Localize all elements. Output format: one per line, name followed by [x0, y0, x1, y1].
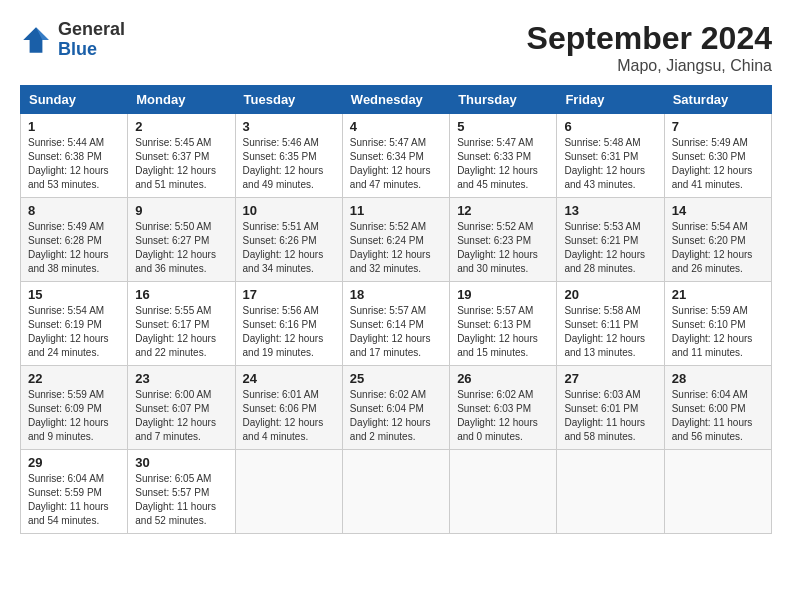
day-number: 29 [28, 455, 120, 470]
day-info: Sunrise: 5:45 AM Sunset: 6:37 PM Dayligh… [135, 136, 227, 192]
calendar-cell [557, 450, 664, 534]
day-number: 5 [457, 119, 549, 134]
calendar-cell: 15 Sunrise: 5:54 AM Sunset: 6:19 PM Dayl… [21, 282, 128, 366]
calendar-cell: 9 Sunrise: 5:50 AM Sunset: 6:27 PM Dayli… [128, 198, 235, 282]
day-info: Sunrise: 5:52 AM Sunset: 6:24 PM Dayligh… [350, 220, 442, 276]
day-info: Sunrise: 5:57 AM Sunset: 6:14 PM Dayligh… [350, 304, 442, 360]
day-number: 2 [135, 119, 227, 134]
day-info: Sunrise: 5:56 AM Sunset: 6:16 PM Dayligh… [243, 304, 335, 360]
day-info: Sunrise: 6:05 AM Sunset: 5:57 PM Dayligh… [135, 472, 227, 528]
calendar-cell: 18 Sunrise: 5:57 AM Sunset: 6:14 PM Dayl… [342, 282, 449, 366]
calendar-cell: 30 Sunrise: 6:05 AM Sunset: 5:57 PM Dayl… [128, 450, 235, 534]
day-info: Sunrise: 5:47 AM Sunset: 6:34 PM Dayligh… [350, 136, 442, 192]
calendar-cell: 7 Sunrise: 5:49 AM Sunset: 6:30 PM Dayli… [664, 114, 771, 198]
day-info: Sunrise: 6:03 AM Sunset: 6:01 PM Dayligh… [564, 388, 656, 444]
day-info: Sunrise: 5:47 AM Sunset: 6:33 PM Dayligh… [457, 136, 549, 192]
day-info: Sunrise: 6:00 AM Sunset: 6:07 PM Dayligh… [135, 388, 227, 444]
calendar-week-row: 1 Sunrise: 5:44 AM Sunset: 6:38 PM Dayli… [21, 114, 772, 198]
day-number: 22 [28, 371, 120, 386]
day-number: 15 [28, 287, 120, 302]
calendar-cell: 2 Sunrise: 5:45 AM Sunset: 6:37 PM Dayli… [128, 114, 235, 198]
calendar-cell: 11 Sunrise: 5:52 AM Sunset: 6:24 PM Dayl… [342, 198, 449, 282]
logo-general: General [58, 20, 125, 40]
day-info: Sunrise: 6:02 AM Sunset: 6:03 PM Dayligh… [457, 388, 549, 444]
day-info: Sunrise: 5:59 AM Sunset: 6:10 PM Dayligh… [672, 304, 764, 360]
calendar-cell: 19 Sunrise: 5:57 AM Sunset: 6:13 PM Dayl… [450, 282, 557, 366]
logo: General Blue [20, 20, 125, 60]
day-info: Sunrise: 5:44 AM Sunset: 6:38 PM Dayligh… [28, 136, 120, 192]
calendar-cell: 8 Sunrise: 5:49 AM Sunset: 6:28 PM Dayli… [21, 198, 128, 282]
day-info: Sunrise: 5:50 AM Sunset: 6:27 PM Dayligh… [135, 220, 227, 276]
day-info: Sunrise: 5:55 AM Sunset: 6:17 PM Dayligh… [135, 304, 227, 360]
calendar-cell: 25 Sunrise: 6:02 AM Sunset: 6:04 PM Dayl… [342, 366, 449, 450]
day-number: 28 [672, 371, 764, 386]
day-number: 13 [564, 203, 656, 218]
calendar-cell: 16 Sunrise: 5:55 AM Sunset: 6:17 PM Dayl… [128, 282, 235, 366]
calendar-cell [450, 450, 557, 534]
calendar-cell: 29 Sunrise: 6:04 AM Sunset: 5:59 PM Dayl… [21, 450, 128, 534]
day-number: 10 [243, 203, 335, 218]
calendar-cell: 13 Sunrise: 5:53 AM Sunset: 6:21 PM Dayl… [557, 198, 664, 282]
calendar-week-row: 15 Sunrise: 5:54 AM Sunset: 6:19 PM Dayl… [21, 282, 772, 366]
header-monday: Monday [128, 86, 235, 114]
day-number: 1 [28, 119, 120, 134]
calendar-cell: 27 Sunrise: 6:03 AM Sunset: 6:01 PM Dayl… [557, 366, 664, 450]
day-number: 23 [135, 371, 227, 386]
day-number: 21 [672, 287, 764, 302]
calendar-cell: 21 Sunrise: 5:59 AM Sunset: 6:10 PM Dayl… [664, 282, 771, 366]
calendar-cell: 12 Sunrise: 5:52 AM Sunset: 6:23 PM Dayl… [450, 198, 557, 282]
day-number: 14 [672, 203, 764, 218]
calendar-table: Sunday Monday Tuesday Wednesday Thursday… [20, 85, 772, 534]
day-number: 26 [457, 371, 549, 386]
day-number: 3 [243, 119, 335, 134]
title-section: September 2024 Mapo, Jiangsu, China [527, 20, 772, 75]
calendar-cell: 28 Sunrise: 6:04 AM Sunset: 6:00 PM Dayl… [664, 366, 771, 450]
calendar-week-row: 22 Sunrise: 5:59 AM Sunset: 6:09 PM Dayl… [21, 366, 772, 450]
calendar-cell: 10 Sunrise: 5:51 AM Sunset: 6:26 PM Dayl… [235, 198, 342, 282]
day-info: Sunrise: 6:04 AM Sunset: 5:59 PM Dayligh… [28, 472, 120, 528]
calendar-cell [235, 450, 342, 534]
logo-blue: Blue [58, 40, 125, 60]
calendar-cell: 4 Sunrise: 5:47 AM Sunset: 6:34 PM Dayli… [342, 114, 449, 198]
day-info: Sunrise: 5:54 AM Sunset: 6:20 PM Dayligh… [672, 220, 764, 276]
day-info: Sunrise: 5:54 AM Sunset: 6:19 PM Dayligh… [28, 304, 120, 360]
page-header: General Blue September 2024 Mapo, Jiangs… [20, 20, 772, 75]
location-title: Mapo, Jiangsu, China [527, 57, 772, 75]
month-title: September 2024 [527, 20, 772, 57]
day-info: Sunrise: 5:48 AM Sunset: 6:31 PM Dayligh… [564, 136, 656, 192]
calendar-cell: 26 Sunrise: 6:02 AM Sunset: 6:03 PM Dayl… [450, 366, 557, 450]
calendar-cell: 3 Sunrise: 5:46 AM Sunset: 6:35 PM Dayli… [235, 114, 342, 198]
calendar-cell: 17 Sunrise: 5:56 AM Sunset: 6:16 PM Dayl… [235, 282, 342, 366]
calendar-cell: 23 Sunrise: 6:00 AM Sunset: 6:07 PM Dayl… [128, 366, 235, 450]
calendar-week-row: 8 Sunrise: 5:49 AM Sunset: 6:28 PM Dayli… [21, 198, 772, 282]
day-number: 4 [350, 119, 442, 134]
day-number: 17 [243, 287, 335, 302]
day-info: Sunrise: 5:49 AM Sunset: 6:28 PM Dayligh… [28, 220, 120, 276]
day-number: 30 [135, 455, 227, 470]
day-info: Sunrise: 5:57 AM Sunset: 6:13 PM Dayligh… [457, 304, 549, 360]
day-number: 16 [135, 287, 227, 302]
day-info: Sunrise: 5:52 AM Sunset: 6:23 PM Dayligh… [457, 220, 549, 276]
day-number: 12 [457, 203, 549, 218]
calendar-week-row: 29 Sunrise: 6:04 AM Sunset: 5:59 PM Dayl… [21, 450, 772, 534]
header-sunday: Sunday [21, 86, 128, 114]
weekday-header-row: Sunday Monday Tuesday Wednesday Thursday… [21, 86, 772, 114]
calendar-cell: 6 Sunrise: 5:48 AM Sunset: 6:31 PM Dayli… [557, 114, 664, 198]
header-tuesday: Tuesday [235, 86, 342, 114]
calendar-cell: 22 Sunrise: 5:59 AM Sunset: 6:09 PM Dayl… [21, 366, 128, 450]
day-number: 20 [564, 287, 656, 302]
day-info: Sunrise: 5:53 AM Sunset: 6:21 PM Dayligh… [564, 220, 656, 276]
day-info: Sunrise: 5:46 AM Sunset: 6:35 PM Dayligh… [243, 136, 335, 192]
day-info: Sunrise: 5:59 AM Sunset: 6:09 PM Dayligh… [28, 388, 120, 444]
day-number: 9 [135, 203, 227, 218]
header-saturday: Saturday [664, 86, 771, 114]
day-number: 24 [243, 371, 335, 386]
calendar-cell [664, 450, 771, 534]
calendar-cell: 24 Sunrise: 6:01 AM Sunset: 6:06 PM Dayl… [235, 366, 342, 450]
header-wednesday: Wednesday [342, 86, 449, 114]
logo-icon [20, 24, 52, 56]
day-info: Sunrise: 5:51 AM Sunset: 6:26 PM Dayligh… [243, 220, 335, 276]
calendar-cell: 14 Sunrise: 5:54 AM Sunset: 6:20 PM Dayl… [664, 198, 771, 282]
day-number: 6 [564, 119, 656, 134]
day-number: 11 [350, 203, 442, 218]
